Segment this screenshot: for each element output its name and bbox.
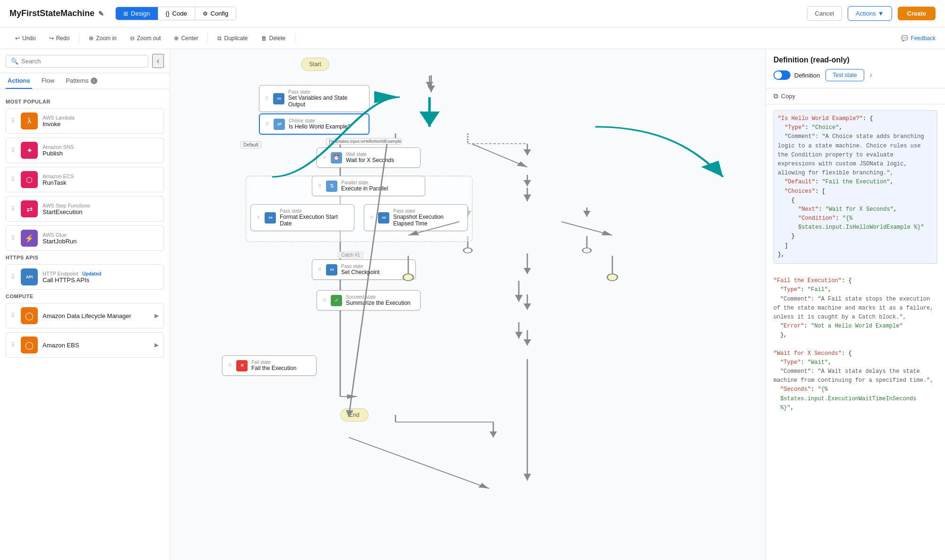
definition-toggle[interactable] xyxy=(773,70,790,80)
sns-icon: ✦ xyxy=(21,142,38,159)
flow-node-snapshot[interactable]: ⠿ ⇔ Pass state Snapshot Execution Elapse… xyxy=(364,204,468,231)
service-item-sns[interactable]: ⠿ ✦ Amazon SNS Publish xyxy=(6,138,164,163)
flow-node-format-date[interactable]: ⠿ ⇔ Pass state Format Execution Start Da… xyxy=(250,204,354,231)
definition-title: Definition (read-only) xyxy=(773,56,937,64)
snapshot-title: Snapshot Execution Elapsed Time xyxy=(393,214,462,227)
choice-state-label: Choice state xyxy=(289,118,351,123)
search-input[interactable] xyxy=(21,58,143,65)
collapse-sidebar-button[interactable]: ‹ xyxy=(152,54,164,68)
duplicate-button[interactable]: ⧉ Duplicate xyxy=(212,33,253,44)
glue-action: StartJobRun xyxy=(43,238,159,245)
end-node: End xyxy=(340,408,369,422)
edit-title-icon[interactable]: ✎ xyxy=(98,10,104,17)
wait-icon: ⏰ xyxy=(331,152,342,164)
updated-badge: Updated xyxy=(82,271,101,276)
pass-icon-format-date: ⇔ xyxy=(265,212,276,224)
toggle-label: Definition xyxy=(794,72,820,79)
sidebar-tab-patterns[interactable]: Patterns i xyxy=(64,73,99,89)
code-icon: {} xyxy=(166,10,170,17)
flow-node-succeed[interactable]: ⠿ ✓ Succeed state Summarize the Executio… xyxy=(317,290,421,310)
ecs-action: RunTask xyxy=(43,179,159,186)
glue-icon: ⚡ xyxy=(21,230,38,247)
flow-node-parallel[interactable]: ⠿ ⇅ Parallel state Execute in Parallel xyxy=(312,176,425,196)
pass-icon-set-vars: ⇔ xyxy=(273,93,284,104)
service-item-glue[interactable]: ⠿ ⚡ AWS Glue StartJobRun xyxy=(6,225,164,251)
sidebar-tabs: Actions Flow Patterns i xyxy=(0,73,170,89)
flow-node-wait[interactable]: ⠿ ⏰ Wait state Wait for X Seconds xyxy=(317,147,421,168)
succeed-title: Summarize the Execution xyxy=(346,300,411,306)
https-apis-section-title: HTTPS APIS xyxy=(6,255,164,260)
sns-service-name: Amazon SNS xyxy=(43,144,159,150)
canvas[interactable]: Start ⠿ ⇔ Pass state Set Variables and S… xyxy=(170,49,765,560)
fail-icon: ✕ xyxy=(236,360,248,371)
svg-line-31 xyxy=(561,222,612,235)
lambda-icon: λ xyxy=(21,112,38,129)
actions-button[interactable]: Actions ▼ xyxy=(848,6,892,21)
definition-panel: Definition (read-only) Definition Test s… xyxy=(765,49,945,560)
service-item-lifecycle[interactable]: ⠿ ◯ Amazon Data Lifecycle Manager ▶ xyxy=(6,303,164,328)
wait-title: Wait for X Seconds xyxy=(346,157,394,164)
service-item-ecs[interactable]: ⠿ ⬡ Amazon ECS RunTask xyxy=(6,167,164,192)
default-label: Default xyxy=(241,141,261,148)
delete-button[interactable]: 🗑 Delete xyxy=(256,33,292,44)
undo-button[interactable]: ↩ Undo xyxy=(9,33,42,44)
choice-icon: ⇌ xyxy=(274,119,285,130)
definition-toggle-wrap: Definition xyxy=(773,70,820,80)
search-input-wrap[interactable]: 🔍 xyxy=(6,55,148,68)
drag-handle-lambda: ⠿ xyxy=(11,118,15,124)
lambda-action: Invoke xyxy=(43,121,159,128)
sidebar-tab-actions[interactable]: Actions xyxy=(6,73,32,89)
flow-node-checkpoint[interactable]: ⠿ ⇔ Pass state Set Checkpoint xyxy=(312,259,416,280)
canvas-inner: Start ⠿ ⇔ Pass state Set Variables and S… xyxy=(170,49,765,560)
svg-point-15 xyxy=(464,248,472,253)
flow-node-set-vars[interactable]: ⠿ ⇔ Pass state Set Variables and State O… xyxy=(259,85,369,112)
cancel-button[interactable]: Cancel xyxy=(807,6,842,21)
definition-nav-arrow[interactable]: › xyxy=(870,71,872,79)
definition-header: Definition (read-only) Definition Test s… xyxy=(766,49,945,88)
stepfunc-service-name: AWS Step Functions xyxy=(43,203,159,208)
fail-state-label: Fail state xyxy=(251,360,296,365)
redo-button[interactable]: ↪ Redo xyxy=(43,33,76,44)
catch-label: Catch #1 xyxy=(338,251,363,258)
http-icon: API xyxy=(21,268,38,285)
svg-point-35 xyxy=(607,274,618,281)
feedback-button[interactable]: 💬 Feedback xyxy=(901,35,936,42)
flow-node-fail[interactable]: ⠿ ✕ Fail state Fail the Execution xyxy=(222,355,317,376)
zoom-out-button[interactable]: ⊖ Zoom out xyxy=(124,33,167,44)
most-popular-section-title: MOST POPULAR xyxy=(6,99,164,104)
succeed-state-label: Succeed state xyxy=(346,294,411,300)
service-item-http[interactable]: ⠿ API HTTP Endpoint Updated Call HTTPS A… xyxy=(6,264,164,290)
test-state-button[interactable]: Test state xyxy=(825,69,864,81)
design-icon: ⊞ xyxy=(123,10,128,17)
config-icon: ⚙ xyxy=(203,10,208,17)
service-item-stepfunc[interactable]: ⠿ ⇄ AWS Step Functions StartExecution xyxy=(6,196,164,222)
succeed-icon: ✓ xyxy=(331,295,342,306)
definition-controls: Definition Test state › xyxy=(773,69,937,81)
tab-design[interactable]: ⊞ Design xyxy=(116,7,158,20)
svg-line-27 xyxy=(472,144,527,167)
tab-config[interactable]: ⚙ Config xyxy=(195,7,236,20)
zoom-in-button[interactable]: ⊕ Zoom in xyxy=(83,33,122,44)
service-item-lambda[interactable]: ⠿ λ AWS Lambda Invoke xyxy=(6,108,164,134)
svg-line-39 xyxy=(349,438,489,489)
search-icon: 🔍 xyxy=(11,58,18,65)
copy-icon: ⧉ xyxy=(773,92,778,100)
ebs-icon: ◯ xyxy=(21,336,38,353)
pass-icon-snapshot: ⇔ xyxy=(378,212,389,224)
set-vars-title: Set Variables and State Output xyxy=(288,95,363,108)
http-action: Call HTTPS APIs xyxy=(43,276,159,284)
info-badge: i xyxy=(91,78,97,84)
service-item-ebs[interactable]: ⠿ ◯ Amazon EBS ▶ xyxy=(6,332,164,358)
create-button[interactable]: Create xyxy=(898,7,936,20)
flow-node-choice[interactable]: ⠿ ⇌ Choice state Is Hello World Example? xyxy=(259,113,369,135)
sidebar-tab-flow[interactable]: Flow xyxy=(40,73,56,89)
definition-code: "Is Hello World Example?": { "Type": "Ch… xyxy=(766,104,945,560)
ecs-service-name: Amazon ECS xyxy=(43,173,159,179)
format-date-state-label: Pass state xyxy=(280,208,348,214)
tab-code[interactable]: {} Code xyxy=(158,7,195,20)
code-block-choice: "Is Hello World Example?": { "Type": "Ch… xyxy=(773,110,937,264)
copy-button[interactable]: ⧉ Copy xyxy=(766,88,945,104)
center-button[interactable]: ⊕ Center xyxy=(168,33,204,44)
page-title: MyFirstStateMachine ✎ xyxy=(9,9,104,18)
zoom-out-icon: ⊖ xyxy=(130,35,135,42)
